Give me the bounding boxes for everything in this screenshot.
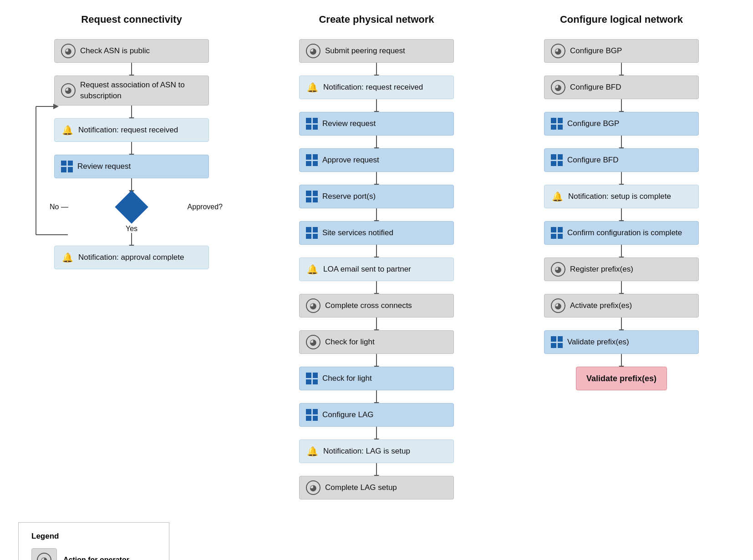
arrow <box>376 245 377 257</box>
box-configure-lag: Configure LAG <box>299 403 454 427</box>
arrow <box>621 208 622 221</box>
box-cross-connects: ◕ Complete cross connects <box>299 294 454 318</box>
box-request-assoc-label: Request association of ASN to subscripti… <box>80 80 202 101</box>
arrow <box>376 390 377 403</box>
bell-icon: 🔔 <box>551 190 564 203</box>
box-end: Validate prefix(es) <box>576 367 667 390</box>
box-register-prefix-label: Register prefix(es) <box>570 265 633 274</box>
arrow <box>131 142 132 155</box>
arrow <box>621 99 622 112</box>
person-icon: ◕ <box>61 83 76 98</box>
box-end-label: Validate prefix(es) <box>586 374 656 383</box>
arrow <box>376 354 377 367</box>
person-icon: ◕ <box>306 298 321 313</box>
box-notif-lag-label: Notification: LAG is setup <box>323 447 410 456</box>
windows-icon <box>306 409 318 421</box>
col3-flow: ◕ Configure BGP ◕ Configure BFD Configur… <box>512 39 731 390</box>
box-configure-bgp-2-label: Configure BGP <box>567 119 619 128</box>
windows-icon <box>306 118 318 130</box>
legend-label-operator: Action for operator <box>63 556 129 560</box>
person-icon: ◕ <box>306 480 321 495</box>
arrow <box>621 245 622 257</box>
box-complete-lag-label: Complete LAG setup <box>325 483 397 492</box>
arrow <box>621 63 622 76</box>
windows-icon <box>306 191 318 202</box>
box-configure-lag-label: Configure LAG <box>322 410 373 419</box>
box-request-assoc: ◕ Request association of ASN to subscrip… <box>54 76 209 106</box>
col1-title: Request connectivity <box>81 14 182 25</box>
box-configure-bgp-1-label: Configure BGP <box>570 46 622 55</box>
box-approve-label: Approve request <box>322 156 379 165</box>
arrow <box>131 233 132 246</box>
box-notif-received-2: 🔔 Notification: request received <box>299 76 454 99</box>
col2-flow: ◕ Submit peering request 🔔 Notification:… <box>267 39 486 499</box>
box-check-light-1: ◕ Check for light <box>299 330 454 354</box>
person-icon: ◕ <box>61 44 76 58</box>
arrow <box>376 136 377 148</box>
arrow <box>621 281 622 294</box>
col3-title: Configure logical network <box>560 14 683 25</box>
box-check-asn-label: Check ASN is public <box>80 46 150 55</box>
arrow <box>376 208 377 221</box>
box-notif-received-2-label: Notification: request received <box>323 83 423 92</box>
arrow <box>376 172 377 185</box>
box-approve: Approve request <box>299 148 454 172</box>
box-review-2: Review request <box>299 112 454 136</box>
person-icon: ◕ <box>551 80 565 95</box>
box-check-asn: ◕ Check ASN is public <box>54 39 209 63</box>
box-notif-lag: 🔔 Notification: LAG is setup <box>299 439 454 463</box>
box-submit-peering-label: Submit peering request <box>325 46 405 55</box>
arrow <box>376 318 377 330</box>
box-check-light-2-label: Check for light <box>322 374 372 383</box>
windows-icon <box>551 336 563 348</box>
col2-title: Create physical network <box>319 14 434 25</box>
windows-icon <box>551 154 563 166</box>
bell-icon: 🔔 <box>61 124 74 136</box>
box-reserve-ports: Reserve port(s) <box>299 185 454 208</box>
box-review-1: Review request <box>54 155 209 178</box>
arrow <box>376 463 377 476</box>
windows-icon <box>551 227 563 239</box>
box-notif-setup-complete: 🔔 Notification: setup is complete <box>544 185 699 208</box>
box-configure-bgp-2: Configure BGP <box>544 112 699 136</box>
arrow <box>376 281 377 294</box>
legend-title: Legend <box>31 532 156 541</box>
box-cross-connects-label: Complete cross connects <box>325 301 412 310</box>
arrow <box>621 354 622 367</box>
arrow <box>376 427 377 439</box>
person-icon: ◕ <box>551 262 565 277</box>
box-notif-approval: 🔔 Notification: approval complete <box>54 246 209 269</box>
box-check-light-2: Check for light <box>299 367 454 390</box>
box-loa-email: 🔔 LOA email sent to partner <box>299 257 454 281</box>
windows-icon <box>306 227 318 239</box>
box-reserve-ports-label: Reserve port(s) <box>322 192 376 201</box>
bell-icon: 🔔 <box>306 81 319 94</box>
box-site-services-label: Site services notified <box>322 228 393 237</box>
box-site-services: Site services notified <box>299 221 454 245</box>
box-register-prefix: ◕ Register prefix(es) <box>544 257 699 281</box>
box-validate-prefix-label: Validate prefix(es) <box>567 338 629 347</box>
box-activate-prefix: ◕ Activate prefix(es) <box>544 294 699 318</box>
arrow <box>376 63 377 76</box>
box-validate-prefix: Validate prefix(es) <box>544 330 699 354</box>
bell-icon: 🔔 <box>61 251 74 264</box>
box-notif-received-1-label: Notification: request received <box>78 126 178 135</box>
windows-icon <box>551 118 563 130</box>
decision-diamond <box>115 190 148 224</box>
person-icon: ◕ <box>551 298 565 313</box>
arrow <box>376 99 377 112</box>
person-icon: ◕ <box>37 553 51 560</box>
box-configure-bfd-2: Configure BFD <box>544 148 699 172</box>
windows-icon <box>306 373 318 384</box>
col1-flow: ◕ Check ASN is public ◕ Request associat… <box>22 39 241 269</box>
box-configure-bfd-2-label: Configure BFD <box>567 156 618 165</box>
arrow <box>131 106 132 118</box>
box-confirm-config: Confirm configuration is complete <box>544 221 699 245</box>
box-configure-bfd-1-label: Configure BFD <box>570 83 621 92</box>
arrow <box>621 136 622 148</box>
box-activate-prefix-label: Activate prefix(es) <box>570 301 632 310</box>
yes-label: Yes <box>126 225 137 233</box>
legend: Legend ◕ Action for operator Action for … <box>18 522 169 560</box>
box-submit-peering: ◕ Submit peering request <box>299 39 454 63</box>
windows-icon <box>61 161 73 172</box>
